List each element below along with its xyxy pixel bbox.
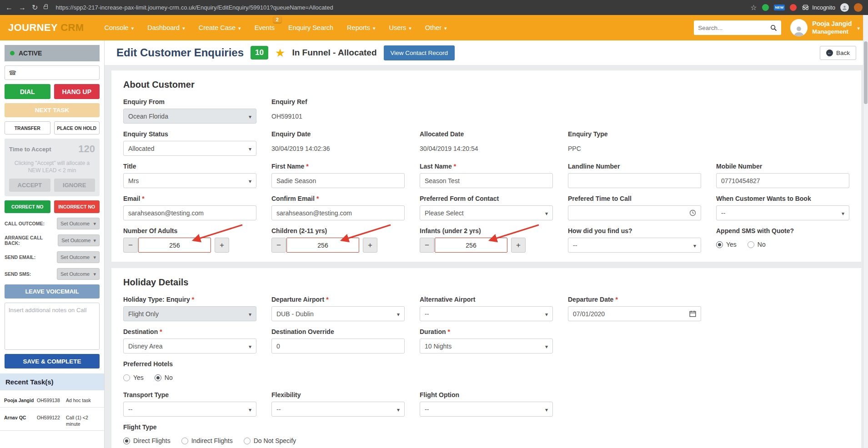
place-on-hold-button[interactable]: PLACE ON HOLD <box>54 121 100 134</box>
accept-button[interactable]: ACCEPT <box>9 179 50 192</box>
confirm-email-input[interactable] <box>271 205 405 220</box>
journey-crm-logo[interactable]: JOURNEYCRM <box>8 22 84 34</box>
next-task-button[interactable]: NEXT TASK <box>5 103 100 117</box>
incorrect-no-button[interactable]: INCORRECT NO <box>54 200 100 213</box>
save-complete-button[interactable]: SAVE & COMPLETE <box>5 354 100 368</box>
sms-quote-no-radio[interactable]: No <box>748 241 766 248</box>
browser-profile-icon[interactable] <box>840 3 849 12</box>
landline-input[interactable] <box>568 173 701 188</box>
last-name-input[interactable] <box>420 173 553 188</box>
email-input[interactable] <box>123 205 256 220</box>
send-email-label: SEND EMAIL: <box>5 254 35 260</box>
adults-input[interactable] <box>138 238 211 253</box>
flight-option-select[interactable]: -- <box>420 402 553 417</box>
nav-item-users[interactable]: Users <box>382 15 418 40</box>
duration-select[interactable]: 10 Nights <box>420 338 553 353</box>
new-badge-extension-icon[interactable]: NEW <box>774 5 785 10</box>
radio-icon <box>181 438 188 444</box>
destination-override-input[interactable] <box>271 338 405 353</box>
first-name-input[interactable] <box>271 173 405 188</box>
url-text[interactable]: https://spp2-217-increase-pax-limit.jour… <box>55 4 333 11</box>
leave-voicemail-button[interactable]: LEAVE VOICEMAIL <box>5 284 100 299</box>
nav-item-dashboard[interactable]: Dashboard <box>140 15 191 40</box>
adblock-extension-icon[interactable] <box>790 4 797 11</box>
infants-plus-button[interactable]: + <box>511 238 526 253</box>
nav-item-other[interactable]: Other <box>418 15 454 40</box>
flight-type-dns-radio[interactable]: Do Not Specify <box>244 437 296 444</box>
infants-input[interactable] <box>435 238 507 253</box>
holiday-type-select[interactable]: Flight Only <box>123 306 256 321</box>
bookmark-star-icon[interactable]: ☆ <box>750 4 757 11</box>
transport-type-select[interactable]: -- <box>123 402 256 417</box>
children-minus-button[interactable]: − <box>271 238 286 253</box>
destination-override-field: Destination Override <box>271 328 405 353</box>
call-notes-textarea[interactable] <box>5 303 100 350</box>
arrange-callback-select[interactable]: Set Outcome <box>58 234 100 246</box>
transfer-button[interactable]: TRANSFER <box>5 121 50 134</box>
user-menu[interactable]: Pooja Jangid Management <box>790 19 860 36</box>
preferred-time-input[interactable] <box>568 205 701 220</box>
status-label: ACTIVE <box>19 50 42 57</box>
browser-back-icon[interactable]: ← <box>5 4 13 11</box>
nav-item-reports[interactable]: Reports <box>340 15 382 40</box>
mobile-input[interactable] <box>716 173 849 188</box>
flight-type-indirect-radio[interactable]: Indirect Flights <box>181 437 233 444</box>
dial-button[interactable]: DIAL <box>5 84 50 99</box>
nav-item-enquiry-search[interactable]: Enquiry Search <box>281 15 340 40</box>
preferred-hotels-yes-radio[interactable]: Yes <box>123 374 144 381</box>
transport-type-field: Transport Type -- <box>123 391 256 417</box>
adults-stepper: − + <box>123 238 256 253</box>
page-scrollbar[interactable] <box>863 15 868 448</box>
preferred-hotels-no-radio[interactable]: No <box>155 374 173 381</box>
nav-item-console[interactable]: Console <box>97 15 140 40</box>
children-plus-button[interactable]: + <box>363 238 377 253</box>
destination-select[interactable]: Disney Area <box>123 338 256 353</box>
send-sms-select[interactable]: Set Outcome <box>57 268 100 280</box>
nav-item-create-case[interactable]: Create Case <box>192 15 248 40</box>
browser-account-icon[interactable] <box>854 3 863 12</box>
enquiry-status-select[interactable]: Allocated <box>123 141 256 156</box>
hang-up-button[interactable]: HANG UP <box>54 84 100 99</box>
clock-icon[interactable] <box>689 209 696 216</box>
enquiry-from-select[interactable]: Ocean Florida <box>123 109 256 124</box>
correct-no-button[interactable]: CORRECT NO <box>5 200 50 213</box>
flight-type-direct-radio[interactable]: Direct Flights <box>123 437 171 444</box>
adults-plus-button[interactable]: + <box>215 238 229 253</box>
task-row[interactable]: Arnav QC OH599122 Call (1) <2 minute <box>0 412 104 431</box>
grammarly-extension-icon[interactable] <box>762 4 769 11</box>
infants-stepper: − + <box>420 238 553 253</box>
browser-refresh-icon[interactable]: ↻ <box>32 4 38 11</box>
email-label: Email <box>123 195 140 202</box>
infants-minus-button[interactable]: − <box>420 238 434 253</box>
search-input[interactable] <box>698 25 768 31</box>
find-us-select[interactable]: -- <box>568 238 701 253</box>
ignore-button[interactable]: IGNORE <box>54 179 95 192</box>
children-input[interactable] <box>286 238 359 253</box>
alternative-airport-select[interactable]: -- <box>420 306 553 321</box>
departure-airport-select[interactable]: DUB - Dublin <box>271 306 405 321</box>
calendar-icon[interactable] <box>689 310 696 317</box>
select-value: Please Select <box>425 209 464 217</box>
view-contact-record-button[interactable]: View Contact Record <box>384 45 455 60</box>
phone-number-input[interactable] <box>19 70 95 76</box>
departure-date-input[interactable]: 07/01/2020 <box>568 306 701 321</box>
search-icon[interactable] <box>770 25 777 31</box>
status-dot-icon <box>10 51 15 55</box>
nav-item-events[interactable]: Events2 <box>248 15 281 40</box>
browser-forward-icon[interactable]: → <box>19 4 26 11</box>
nav-item-label: Enquiry Search <box>288 24 333 31</box>
sms-quote-yes-radio[interactable]: Yes <box>716 241 737 248</box>
infants-field: Infants (under 2 yrs) − + <box>420 227 553 253</box>
book-when-select[interactable]: -- <box>716 205 849 220</box>
adults-minus-button[interactable]: − <box>123 238 138 253</box>
call-outcome-select[interactable]: Set Outcome <box>57 218 100 229</box>
favourite-star-icon[interactable] <box>275 47 285 59</box>
title-select[interactable]: Mrs <box>123 173 256 188</box>
preferred-contact-select[interactable]: Please Select <box>420 205 553 220</box>
flexibility-select[interactable]: -- <box>271 402 405 417</box>
email-field: Email* <box>123 195 256 220</box>
task-row[interactable]: Pooja Jangid OH599138 Ad hoc task <box>0 394 104 408</box>
send-email-select[interactable]: Set Outcome <box>57 251 100 263</box>
back-button[interactable]: ← Back <box>820 46 856 60</box>
scrollbar-thumb[interactable] <box>864 41 868 104</box>
